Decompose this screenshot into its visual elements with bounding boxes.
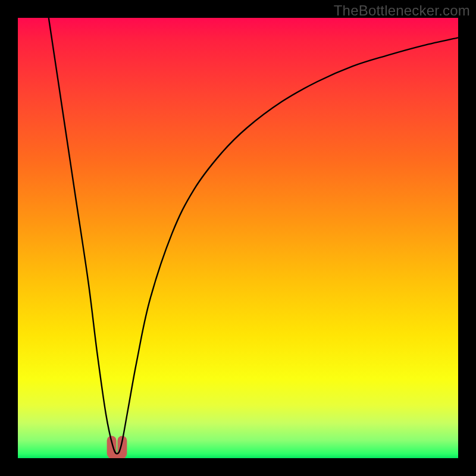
bottleneck-curve xyxy=(49,18,458,454)
plot-area xyxy=(18,18,458,458)
curve-layer xyxy=(18,18,458,458)
chart-frame: TheBottlenecker.com xyxy=(0,0,476,476)
watermark-text: TheBottlenecker.com xyxy=(334,2,470,19)
